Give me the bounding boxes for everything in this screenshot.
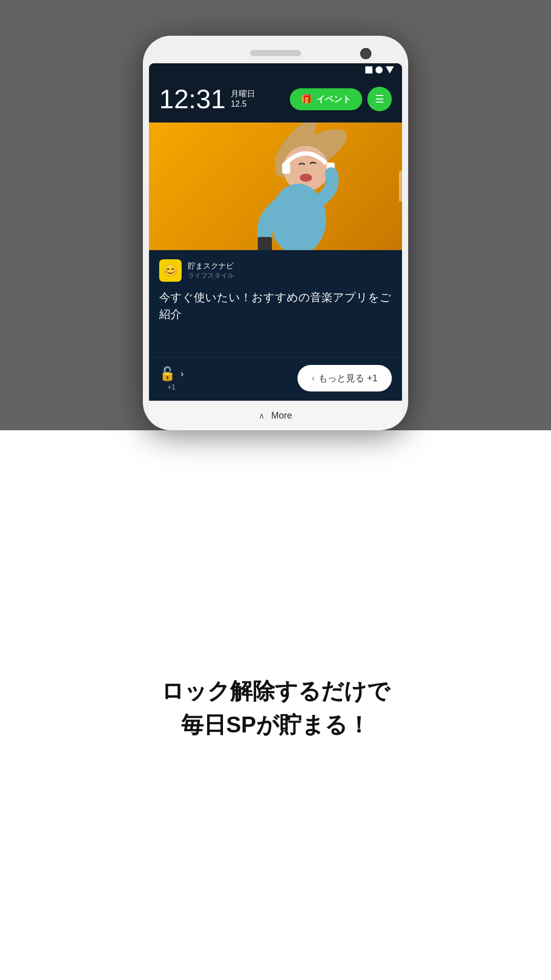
gift-icon: 🎁 bbox=[301, 93, 312, 105]
signal-icon bbox=[365, 66, 372, 74]
svg-rect-6 bbox=[258, 237, 272, 250]
menu-button[interactable]: ☰ bbox=[367, 87, 392, 111]
header-buttons: 🎁 イベント ☰ bbox=[290, 87, 392, 111]
status-icons bbox=[365, 66, 394, 74]
tagline-line1: ロック解除するだけで bbox=[161, 678, 390, 703]
source-info: 貯まスクナビ ライフスタイル bbox=[188, 261, 234, 280]
lock-count: +1 bbox=[167, 383, 176, 391]
lock-row: 🔓 › bbox=[159, 366, 184, 382]
battery-icon bbox=[386, 66, 394, 74]
phone-speaker bbox=[250, 50, 301, 56]
avatar-emoji: 😊 bbox=[163, 263, 178, 278]
svg-rect-3 bbox=[282, 162, 290, 174]
wifi-icon bbox=[375, 66, 383, 74]
chevron-right-icon: › bbox=[181, 369, 184, 379]
phone-screen: 12:31 月曜日 12.5 🎁 イベント ☰ bbox=[149, 63, 402, 430]
page-background: 12:31 月曜日 12.5 🎁 イベント ☰ bbox=[0, 0, 551, 980]
source-category: ライフスタイル bbox=[188, 271, 234, 280]
time-section: 12:31 月曜日 12.5 bbox=[159, 86, 255, 112]
scroll-indicator bbox=[399, 171, 402, 202]
card-source: 😊 貯まスクナビ ライフスタイル bbox=[159, 259, 392, 282]
card-title: 今すぐ使いたい！おすすめの音楽アプリをご紹介 bbox=[159, 289, 392, 323]
hero-illustration bbox=[149, 122, 402, 250]
action-bar: 🔓 › +1 ‹ もっと見る +1 bbox=[149, 357, 402, 401]
lock-icon: 🔓 bbox=[159, 366, 176, 382]
time-display: 12:31 bbox=[159, 86, 226, 112]
date-number: 12.5 bbox=[231, 100, 255, 109]
tagline-section: ロック解除するだけで 毎日SPが貯まる！ bbox=[0, 430, 551, 980]
chevron-left-icon: ‹ bbox=[312, 374, 314, 383]
phone-shell: 12:31 月曜日 12.5 🎁 イベント ☰ bbox=[143, 36, 408, 430]
more-button-label: もっと見る +1 bbox=[318, 372, 378, 384]
phone-camera bbox=[360, 48, 371, 59]
svg-point-7 bbox=[300, 174, 312, 182]
day-of-week: 月曜日 bbox=[231, 89, 255, 100]
source-name: 貯まスクナビ bbox=[188, 261, 234, 271]
hero-image bbox=[149, 122, 402, 250]
lock-section: 🔓 › +1 bbox=[159, 366, 184, 391]
phone-top-bar bbox=[149, 46, 402, 63]
app-header: 12:31 月曜日 12.5 🎁 イベント ☰ bbox=[149, 77, 402, 122]
more-chevron-icon: ∧ bbox=[259, 411, 265, 421]
source-avatar: 😊 bbox=[159, 259, 182, 282]
content-card: 😊 貯まスクナビ ライフスタイル 今すぐ使いたい！おすすめの音楽アプリをご紹介 bbox=[149, 250, 402, 357]
event-button[interactable]: 🎁 イベント bbox=[290, 88, 362, 110]
status-bar bbox=[149, 63, 402, 77]
date-section: 月曜日 12.5 bbox=[231, 89, 255, 109]
more-handle-label: More bbox=[271, 410, 292, 421]
tagline-line2: 毎日SPが貯まる！ bbox=[181, 712, 370, 737]
tagline-text: ロック解除するだけで 毎日SPが貯まる！ bbox=[161, 674, 390, 742]
event-button-label: イベント bbox=[316, 93, 351, 105]
more-handle[interactable]: ∧ More bbox=[149, 401, 402, 430]
more-content-button[interactable]: ‹ もっと見る +1 bbox=[297, 365, 392, 391]
menu-icon: ☰ bbox=[375, 93, 384, 105]
svg-point-5 bbox=[270, 184, 326, 250]
